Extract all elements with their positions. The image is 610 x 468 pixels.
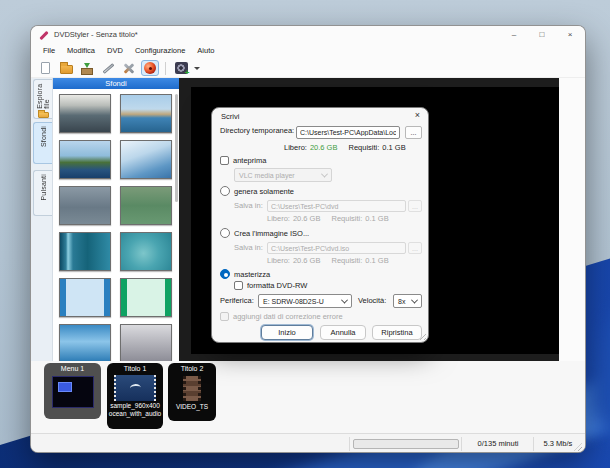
generate-free-value: 20.6 GB (293, 214, 321, 223)
temp-dir-browse-button[interactable]: ... (405, 126, 422, 139)
generate-free-label: Libero: (267, 214, 290, 223)
background-thumb-aqua-texture[interactable] (120, 232, 172, 271)
edit-button[interactable] (99, 60, 117, 76)
duration-status: 0/135 minuti (463, 439, 533, 448)
statusbar-separator (349, 437, 350, 451)
backgrounds-panel-header: Sfondi (53, 78, 179, 89)
desktop: DVDStyler - Senza titolo* – □ × FileModi… (0, 0, 610, 468)
background-thumb-blue-sheen[interactable] (59, 324, 111, 361)
generate-only-radio[interactable] (220, 186, 230, 196)
required-space-label: Requisiti: (348, 143, 379, 152)
backgrounds-panel: Sfondi (53, 78, 179, 361)
menu1-thumbnail[interactable]: Menu 1 (44, 363, 101, 419)
bitrate-status: 5.3 Mb/s (535, 439, 581, 448)
title1-label: Titolo 1 (107, 364, 163, 374)
title2-filmstrip-icon (183, 376, 201, 401)
title1-thumbnail[interactable]: Titolo 1 sample_960x400 ocean_with_audio (107, 363, 163, 429)
generate-only-label: genera solamente (234, 187, 294, 196)
menu-item-dvd[interactable]: DVD (101, 43, 129, 59)
iso-required-value: 0.1 GB (365, 256, 388, 265)
open-folder-icon (60, 65, 73, 74)
menu-item-file[interactable]: File (37, 43, 61, 59)
settings-button[interactable] (120, 60, 138, 76)
burn-button[interactable] (141, 60, 159, 76)
maximize-button[interactable]: □ (535, 30, 549, 39)
dialog-title: Scrivi (221, 112, 239, 121)
preview-label: anteprima (233, 156, 266, 165)
iso-browse-button: ... (408, 242, 422, 254)
generate-save-in-label: Salva in: (234, 201, 263, 210)
preview-checkbox[interactable] (220, 156, 229, 165)
background-thumb-mint-frame[interactable] (120, 278, 172, 317)
required-space-value: 0.1 GB (382, 143, 405, 152)
right-empty-strip (559, 78, 586, 361)
background-thumb-blue-waves[interactable] (120, 140, 172, 179)
panel-scrollbar[interactable] (175, 94, 178, 202)
open-project-button[interactable] (57, 60, 75, 76)
background-thumb-green-blur[interactable] (120, 186, 172, 225)
sidebar-tab-pulsanti[interactable]: Pulsanti (33, 170, 52, 216)
title1-filmstrip-icon (114, 375, 156, 401)
chevron-down-icon (411, 296, 418, 303)
iso-free-label: Libero: (267, 256, 290, 265)
menu-item-configurazione[interactable]: Configurazione (129, 43, 191, 59)
background-thumb-sea-cloudy[interactable] (59, 94, 111, 133)
backgrounds-grid (53, 89, 179, 361)
close-button[interactable]: × (563, 30, 577, 39)
generate-path-input (267, 200, 406, 212)
background-thumb-teal-bands[interactable] (59, 232, 111, 271)
temp-dir-label: Directory temporanea: (220, 126, 294, 135)
background-thumb-lake-shore[interactable] (59, 140, 111, 179)
menubar: FileModificaDVDConfigurazioneAiuto (31, 43, 585, 59)
title1-caption-line1: sample_960x400 (107, 402, 163, 410)
save-project-button[interactable] (78, 60, 96, 76)
sidebar-tab-sfondi[interactable]: Sfondi (33, 122, 52, 164)
burn-disc-icon (144, 62, 156, 74)
menu-item-aiuto[interactable]: Aiuto (191, 43, 220, 59)
format-dvdrw-checkbox[interactable] (234, 281, 243, 290)
title2-thumbnail[interactable]: Titolo 2 VIDEO_TS (168, 363, 216, 421)
tab-label-esplora-file: Esplora file (36, 83, 50, 109)
progress-bar (353, 439, 459, 449)
toolbar-separator (165, 62, 166, 75)
app-icon (39, 30, 49, 40)
start-button[interactable]: Inizio (261, 325, 313, 340)
iso-radio[interactable] (220, 228, 230, 238)
minimize-button[interactable]: – (507, 30, 521, 39)
burn-radio[interactable] (220, 269, 230, 279)
dialog-close-icon[interactable]: × (415, 110, 420, 120)
titlebar[interactable]: DVDStyler - Senza titolo* – □ × (31, 26, 585, 43)
iso-required-label: Requisiti: (331, 256, 362, 265)
menu1-preview (52, 376, 94, 408)
dvd-add-icon (175, 62, 188, 74)
background-thumb-slate-blur[interactable] (59, 186, 111, 225)
temp-dir-input[interactable] (296, 126, 400, 139)
tools-icon (122, 61, 136, 75)
player-dropdown-value: VLC media player (239, 172, 295, 179)
iso-save-in-label: Salva in: (234, 243, 263, 252)
speed-dropdown[interactable]: 8x (393, 294, 422, 308)
background-thumb-silver-sheen[interactable] (120, 324, 172, 361)
background-thumb-lightblue-frame[interactable] (59, 278, 111, 317)
title2-label: Titolo 2 (168, 364, 216, 374)
sidebar-tab-esplora-file[interactable]: Esplora file (33, 79, 52, 119)
format-dvdrw-label: formatta DVD-RW (247, 281, 307, 290)
burn-label: masterizza (234, 270, 270, 279)
free-space-value: 20.6 GB (310, 143, 338, 152)
menu-item-modifica[interactable]: Modifica (61, 43, 101, 59)
ecc-label: aggiungi dati di correzione errore (233, 312, 343, 321)
new-project-button[interactable] (36, 60, 54, 76)
reset-button[interactable]: Ripristina (372, 325, 422, 340)
title2-caption: VIDEO_TS (168, 403, 216, 411)
save-icon (81, 68, 93, 75)
background-thumb-coast-bay[interactable] (120, 94, 172, 133)
folder-icon (38, 112, 49, 118)
ecc-checkbox (220, 312, 229, 321)
scrivi-dialog: Scrivi × Directory temporanea: ... Liber… (211, 107, 429, 343)
cancel-button[interactable]: Annulla (320, 325, 366, 340)
generate-browse-button: ... (408, 200, 422, 212)
dvd-add-dropdown-caret[interactable] (194, 67, 200, 70)
dvd-add-button[interactable] (172, 60, 190, 76)
statusbar-separator-2 (461, 437, 462, 451)
player-dropdown: VLC media player (234, 168, 332, 182)
